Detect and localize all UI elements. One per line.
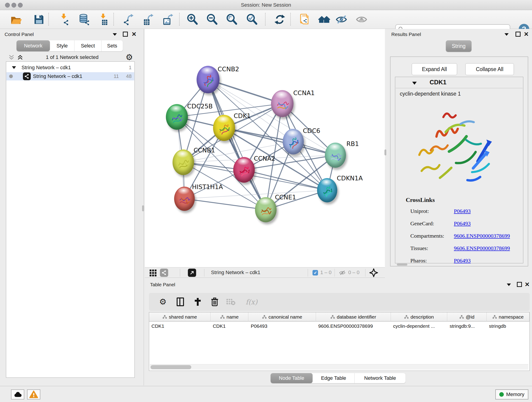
export-network-button[interactable]	[122, 13, 135, 26]
tab-style[interactable]: Style	[50, 40, 75, 51]
column-header-canonical-name[interactable]: canonical name	[248, 313, 316, 322]
column-header--id[interactable]: @id	[447, 313, 487, 322]
open-session-button[interactable]	[9, 13, 23, 26]
cell-name[interactable]: CDK1	[210, 322, 249, 331]
network-node-ccna2[interactable]	[233, 157, 255, 183]
home-layout-button[interactable]	[317, 13, 331, 26]
results-scrollbar-thumb[interactable]	[397, 264, 407, 266]
expand-all-icon[interactable]	[17, 54, 23, 61]
tab-sets[interactable]: Sets	[101, 40, 123, 51]
node-label-ccne1: CCNE1	[275, 194, 296, 201]
panel-float-icon[interactable]	[517, 282, 522, 287]
panel-close-icon[interactable]: ✕	[132, 31, 137, 38]
network-node-cdc25b[interactable]	[166, 104, 188, 130]
column-header-description[interactable]: description	[391, 313, 447, 322]
gene-card: CDK1 cyclin-dependent kinase 1	[395, 77, 523, 263]
panel-menu-icon[interactable]	[504, 32, 509, 37]
table-row[interactable]: CDK1CDK1P064939606.ENSP00000378699cyclin…	[149, 322, 530, 331]
cell-database-identifier[interactable]: 9606.ENSP00000378699	[316, 322, 391, 331]
network-node-rb1[interactable]	[325, 143, 346, 168]
panel-float-icon[interactable]	[515, 32, 520, 37]
network-options-gear-icon[interactable]: ⚙	[126, 53, 133, 61]
zoom-fit-button[interactable]	[225, 13, 239, 26]
collapse-all-button[interactable]: Collapse All	[465, 63, 514, 75]
network-node-cdk1[interactable]	[213, 115, 235, 141]
tab-edge-table[interactable]: Edge Table	[313, 373, 355, 383]
panel-close-icon[interactable]: ✕	[525, 281, 530, 288]
network-node-ccne1[interactable]	[255, 197, 277, 222]
zoom-in-button[interactable]	[186, 13, 199, 26]
table-options-gear-icon[interactable]: ⚙	[157, 296, 169, 307]
network-collection-row[interactable]: String Network – cdk1 1	[6, 64, 134, 72]
zoom-selected-button[interactable]	[245, 13, 259, 26]
cell-description[interactable]: cyclin-dependent ...	[391, 322, 447, 331]
tree-expander-icon[interactable]	[12, 65, 17, 70]
crosslink-uniprot-link[interactable]: P06493	[454, 208, 471, 214]
download-arrow-icon	[61, 14, 66, 19]
cloud-status-button[interactable]	[11, 389, 24, 400]
fit-content-crosshair-icon[interactable]	[369, 268, 378, 277]
network-edge[interactable]	[184, 199, 266, 210]
save-session-button[interactable]	[32, 13, 46, 26]
collapse-all-icon[interactable]	[8, 54, 15, 61]
hide-panels-button[interactable]	[335, 13, 348, 26]
panel-float-icon[interactable]	[123, 32, 128, 37]
cell-canonical-name[interactable]: P06493	[248, 322, 316, 331]
network-node-cdc6[interactable]	[283, 129, 304, 154]
cell-namespace[interactable]: stringdb	[487, 322, 530, 331]
refresh-view-button[interactable]	[273, 13, 286, 26]
tab-string[interactable]: String	[446, 40, 472, 52]
network-item-row[interactable]: String Network – cdk1 11 48	[6, 72, 134, 80]
delete-column-trash-icon[interactable]	[209, 296, 220, 307]
tab-network-table[interactable]: Network Table	[355, 373, 405, 383]
panel-close-icon[interactable]: ✕	[524, 31, 529, 38]
network-node-hist1h1a[interactable]	[174, 186, 195, 211]
expand-all-button[interactable]: Expand All	[412, 63, 457, 75]
detach-view-icon[interactable]	[188, 269, 196, 277]
add-column-icon[interactable]	[192, 296, 203, 307]
network-overview-icon[interactable]	[160, 269, 168, 277]
network-node-ccnb1[interactable]	[172, 149, 194, 175]
zoom-out-button[interactable]	[206, 13, 219, 26]
show-columns-icon[interactable]	[175, 296, 186, 307]
crosslink-genecard-link[interactable]: P06493	[454, 220, 471, 227]
network-canvas[interactable]: CCNB2CCNA1CDC25BCDK1CDC6RB1CCNB1CCNA2CDK…	[145, 29, 385, 267]
panel-menu-icon[interactable]	[112, 32, 117, 37]
function-builder-icon[interactable]: f(x)	[242, 296, 261, 307]
network-node-ccna1[interactable]	[271, 90, 293, 117]
panel-menu-icon[interactable]	[506, 283, 511, 287]
column-header-shared-name[interactable]: shared name	[149, 313, 210, 322]
tab-node-table[interactable]: Node Table	[271, 373, 313, 383]
column-header-namespace[interactable]: namespace	[487, 313, 530, 322]
cell-shared-name[interactable]: CDK1	[149, 322, 210, 331]
memory-button[interactable]: Memory	[495, 389, 528, 400]
cell--id[interactable]: stringdb:9...	[447, 322, 487, 331]
network-edge[interactable]	[208, 80, 282, 104]
import-network-file-button[interactable]	[57, 13, 71, 26]
show-panels-button[interactable]	[355, 13, 368, 26]
network-node-ccnb2[interactable]	[196, 66, 220, 93]
export-table-button[interactable]	[142, 13, 155, 26]
left-splitter-handle[interactable]	[142, 205, 144, 211]
column-header-database-identifier[interactable]: database identifier	[316, 313, 391, 322]
table-hscrollbar[interactable]	[150, 364, 528, 370]
warnings-button[interactable]	[27, 389, 40, 400]
table-hscrollbar-thumb[interactable]	[151, 365, 191, 369]
crosslink-pharos-link[interactable]: P06493	[454, 258, 471, 264]
network-node-cdkn1a[interactable]	[317, 178, 337, 202]
import-network-database-button[interactable]	[77, 13, 90, 26]
birds-eye-grid-icon[interactable]	[149, 269, 157, 277]
tab-network[interactable]: Network	[17, 40, 50, 51]
column-type-icon	[404, 315, 409, 319]
crosslink-compartments-link[interactable]: 9606.ENSP00000378699	[454, 233, 510, 239]
import-table-file-button[interactable]	[97, 13, 110, 26]
selected-items-checkbox[interactable]	[312, 270, 318, 275]
string-app-button[interactable]	[298, 13, 311, 26]
column-header-name[interactable]: name	[210, 313, 249, 322]
network-edges-layer	[145, 29, 385, 267]
card-expander-icon[interactable]	[412, 81, 417, 85]
tab-select[interactable]: Select	[75, 40, 101, 51]
crosslink-tissues-link[interactable]: 9606.ENSP00000378699	[454, 245, 510, 251]
delete-table-icon[interactable]	[225, 296, 236, 307]
export-image-button[interactable]	[162, 13, 175, 26]
